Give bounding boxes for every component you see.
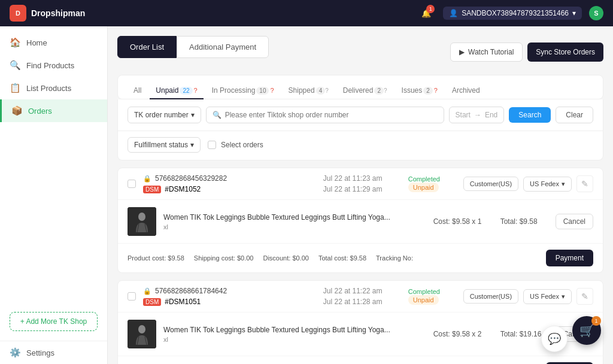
edit-icon-2[interactable]: ✎: [576, 288, 593, 305]
sidebar-item-settings[interactable]: ⚙️ Settings: [0, 341, 107, 364]
filter-bar: TK order number ▾ 🔍 Start → End Search C…: [117, 99, 603, 131]
order-id-1: 576682868456329282: [155, 174, 227, 183]
notifications-button[interactable]: 🔔 1: [417, 4, 436, 23]
tracking-no-footer-1: Tracking No:: [376, 254, 413, 262]
svg-point-5: [138, 325, 145, 333]
sidebar-item-home[interactable]: 🏠 Home: [0, 31, 107, 54]
product-info-2: Women TIK Tok Leggings Bubble Textured L…: [163, 325, 426, 344]
home-icon: 🏠: [10, 37, 20, 48]
shipping-label-2: US Fedex: [530, 293, 559, 300]
lock-icon-2: 🔒: [143, 287, 151, 295]
sidebar-item-list-products[interactable]: 📋 List Products: [0, 77, 107, 99]
add-shop-button[interactable]: + Add More TK Shop: [10, 312, 98, 331]
order-type-select[interactable]: TK order number ▾: [128, 107, 201, 123]
top-nav: D Dropshipman 🔔 1 👤 SANDBOX7389478793213…: [0, 0, 613, 26]
tab-header-row: Order List Additional Payment ▶ Watch Tu…: [117, 36, 603, 68]
search-button[interactable]: Search: [509, 107, 551, 123]
top-nav-right: 🔔 1 👤 SANDBOX738947879321351466 ▾ S: [417, 4, 603, 23]
order-date-updated-1: Jul 22 at 11:29 am: [323, 185, 401, 193]
order-actions-2: Customer(US) US Fedex ▾ ✎: [463, 288, 593, 305]
logo-icon: D: [10, 5, 26, 22]
sync-store-button[interactable]: Sync Store Orders: [527, 43, 603, 62]
select-orders-label: Select orders: [221, 141, 263, 149]
qty-1: 1: [478, 217, 482, 226]
watch-tutorial-label: Watch Tutorial: [468, 48, 514, 56]
product-name-1: Women TIK Tok Leggings Bubble Textured L…: [163, 213, 426, 223]
tab-order-list[interactable]: Order List: [117, 36, 177, 58]
select-all-checkbox[interactable]: [208, 141, 216, 149]
status-tab-unpaid[interactable]: Unpaid22?: [150, 83, 203, 99]
product-variant-1: xl: [163, 223, 426, 230]
order-total-2: $19.16: [520, 330, 542, 338]
order-payment-status-1: Unpaid: [408, 183, 439, 192]
order-checkbox-1[interactable]: [128, 180, 136, 188]
clear-button[interactable]: Clear: [556, 107, 593, 123]
main-content: Order List Additional Payment ▶ Watch Tu…: [108, 26, 613, 364]
account-avatar[interactable]: S: [589, 6, 603, 20]
shipping-select-1[interactable]: US Fedex ▾: [523, 177, 572, 192]
order-dsm-id-1: #DSM1052: [165, 185, 201, 193]
product-cost-footer-1: Product cost: $9.58: [128, 254, 184, 262]
fulfillment-status-button[interactable]: Fulfillment status ▾: [128, 137, 201, 153]
status-tab-issues[interactable]: Issues2?: [396, 83, 444, 99]
fulfillment-label: Fulfillment status: [134, 141, 188, 149]
date-range[interactable]: Start → End: [449, 107, 505, 123]
order-dsm-id-2: #DSM1051: [165, 298, 201, 306]
chevron-down-icon: ▾: [190, 141, 194, 149]
customer-button-1[interactable]: Customer(US): [463, 177, 518, 191]
sidebar-item-orders[interactable]: 📦 Orders: [0, 99, 107, 122]
order-search-input[interactable]: [225, 107, 438, 123]
status-tab-delivered[interactable]: Delivered2?: [337, 83, 393, 99]
settings-icon: ⚙️: [10, 347, 20, 358]
sidebar-item-list-products-label: List Products: [26, 84, 71, 93]
order-dates-2: Jul 22 at 11:22 am Jul 22 at 11:28 am: [323, 287, 401, 306]
date-arrow: →: [474, 111, 481, 119]
cost-per-2: $9.58: [452, 330, 470, 338]
customer-button-2[interactable]: Customer(US): [463, 289, 518, 304]
order-card-1: 🔒 576682868456329282 DSM #DSM1052 Jul 22…: [117, 168, 603, 273]
status-tab-shipped[interactable]: Shipped4?: [283, 83, 335, 99]
order-product-1: Women TIK Tok Leggings Bubble Textured L…: [118, 200, 603, 244]
sidebar-item-find-products[interactable]: 🔍 Find Products: [0, 54, 107, 77]
cancel-button-1[interactable]: Cancel: [556, 214, 593, 229]
app-logo: D Dropshipman: [10, 5, 85, 22]
discount-footer-1: Discount: $0.00: [263, 254, 308, 262]
order-main-id-2: 🔒 576682868661784642: [143, 287, 316, 295]
lock-icon: 🔒: [143, 175, 151, 183]
order-sub-id-2: DSM #DSM1051: [143, 298, 316, 306]
order-checkbox-2[interactable]: [128, 292, 136, 301]
search-icon: 🔍: [213, 111, 221, 119]
watch-tutorial-button[interactable]: ▶ Watch Tutorial: [450, 43, 523, 62]
product-thumbnail-1: [128, 207, 156, 236]
product-cost-display-1: Cost: $9.58 x 1: [433, 217, 493, 226]
order-header-1: 🔒 576682868456329282 DSM #DSM1052 Jul 22…: [118, 168, 603, 200]
order-status-2: Completed Unpaid: [408, 288, 456, 305]
order-status-completed-2: Completed: [408, 288, 456, 295]
account-name: SANDBOX738947879321351466: [462, 9, 569, 17]
chevron-down-icon: ▾: [572, 9, 576, 17]
shipping-select-2[interactable]: US Fedex ▾: [523, 289, 572, 304]
order-main-id-1: 🔒 576682868456329282: [143, 174, 316, 183]
order-date-created-2: Jul 22 at 11:22 am: [323, 287, 401, 295]
shipping-cost-footer-1: Shipping cost: $0.00: [194, 254, 254, 262]
order-id-section-1: 🔒 576682868456329282 DSM #DSM1052: [143, 174, 316, 193]
fulfillment-bar: Fulfillment status ▾ Select orders: [117, 131, 603, 160]
notification-badge: 1: [426, 5, 435, 13]
status-tab-in-processing[interactable]: In Processing10?: [206, 83, 280, 99]
cart-fab[interactable]: 🛒 1: [572, 316, 601, 345]
order-id-2: 576682868661784642: [155, 287, 227, 295]
edit-icon-1[interactable]: ✎: [576, 175, 593, 192]
order-card-2: 🔒 576682868661784642 DSM #DSM1051 Jul 22…: [117, 280, 603, 364]
payment-button-1[interactable]: Payment: [546, 250, 593, 266]
order-dates-1: Jul 22 at 11:23 am Jul 22 at 11:29 am: [323, 174, 401, 193]
account-menu-button[interactable]: 👤 SANDBOX738947879321351466 ▾: [443, 7, 582, 20]
tab-additional-payment[interactable]: Additional Payment: [177, 36, 269, 58]
chat-fab[interactable]: 💬: [541, 326, 568, 352]
select-all-orders-checkbox[interactable]: Select orders: [208, 141, 263, 149]
order-status-1: Completed Unpaid: [408, 175, 456, 192]
app-name: Dropshipman: [31, 8, 85, 18]
x-label: x: [472, 217, 475, 226]
status-tab-archived[interactable]: Archived: [446, 83, 486, 99]
dsm-badge-1: DSM: [143, 186, 161, 193]
status-tab-all[interactable]: All: [128, 83, 147, 99]
